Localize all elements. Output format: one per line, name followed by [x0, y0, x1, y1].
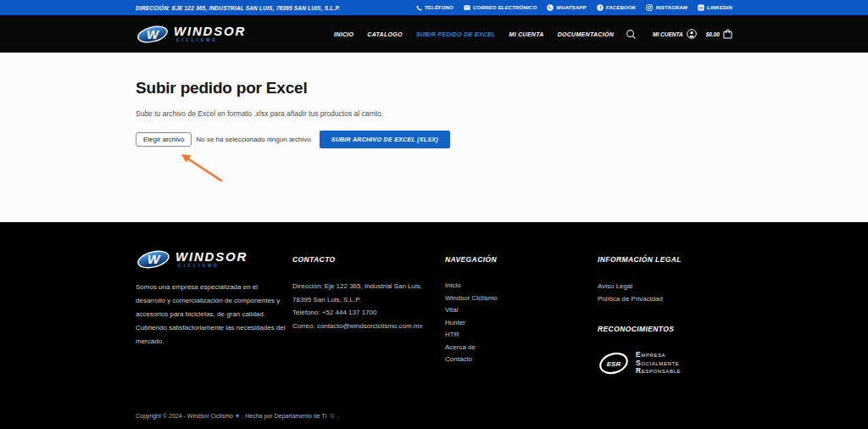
navbar: W WINDSOR CICLISMO INICIO CATALOGO SUBIR…	[0, 15, 868, 53]
person-icon	[687, 29, 697, 39]
legal-heading: INFORMACIÓN LEGAL	[598, 255, 732, 264]
topbar-link-whatsapp[interactable]: WHATSAPP	[547, 4, 587, 11]
cart-total: $0.00	[706, 31, 720, 37]
upload-excel-button[interactable]: SUBIR ARCHIVO DE EXCEL (XLSX)	[320, 131, 450, 148]
phone-icon	[416, 5, 422, 11]
contact-phone: Teléfono: +52 444 137 1700	[292, 306, 433, 320]
svg-text:W: W	[147, 27, 159, 41]
address-text: DIRECCIÓN: EJE 122 365, INDUSTRIAL SAN L…	[136, 5, 340, 11]
contact-heading: CONTACTO	[292, 255, 433, 264]
facebook-icon: f	[597, 4, 604, 11]
nav-item-catalogo[interactable]: CATALOGO	[367, 31, 402, 37]
brand-logo[interactable]: W WINDSOR CICLISMO	[136, 25, 246, 44]
nav-item-documentacion[interactable]: DOCUMENTACIÓN	[558, 31, 614, 37]
linkedin-icon: in	[698, 4, 704, 11]
annotation-arrow	[170, 140, 229, 187]
brand-tagline: CICLISMO	[174, 39, 246, 43]
whatsapp-icon	[547, 4, 554, 11]
topbar-links: TELÉFONO CORREO ELECTRÓNICO WHATSAPP f F…	[416, 4, 732, 11]
windsor-logo-mark-icon: W	[136, 25, 170, 44]
gear-icon: ⚙	[330, 412, 336, 420]
svg-text:in: in	[699, 6, 703, 10]
footer-legal-column: INFORMACIÓN LEGAL Aviso Legal Política d…	[598, 249, 732, 377]
topbar-link-label: FACEBOOK	[606, 5, 637, 10]
copyright-bar: Copyright © 2024 - Windsor Ciclismo ♥ . …	[136, 412, 339, 420]
esr-text: Empresa Socialmente Responsable	[636, 351, 681, 376]
contact-address: Dirección: Eje 122 365, Industrial San L…	[292, 280, 433, 306]
footer-link-privacidad[interactable]: Política de Privacidad	[598, 292, 732, 305]
footer-link-vital[interactable]: Vital	[445, 304, 598, 317]
brand-name: WINDSOR	[174, 25, 246, 37]
topbar-link-label: CORREO ELECTRÓNICO	[473, 5, 537, 10]
footer-link-hunter[interactable]: Hunter	[445, 317, 598, 330]
footer-link-acerca-de[interactable]: Acerca de	[445, 342, 598, 354]
navigation-heading: NAVEGACIÓN	[445, 255, 598, 264]
footer-contact-column: CONTACTO Dirección: Eje 122 365, Industr…	[292, 249, 445, 377]
footer-link-inicio[interactable]: Inicio	[445, 280, 598, 292]
topbar-link-label: INSTAGRAM	[655, 5, 687, 10]
footer-link-contacto[interactable]: Contacto	[445, 354, 598, 366]
footer-about-column: W WINDSOR CICLISMO Somos una empresa esp…	[136, 249, 292, 377]
page-description: Sube tu archivo de Excel en formato .xls…	[136, 109, 732, 118]
heart-icon: ♥	[236, 412, 239, 420]
nav-item-mi-cuenta[interactable]: MI CUENTA	[509, 31, 544, 37]
topbar-link-correo[interactable]: CORREO ELECTRÓNICO	[464, 5, 537, 10]
main-navigation: INICIO CATALOGO SUBIR PEDIDO DE EXCEL MI…	[334, 31, 614, 37]
copyright-middle: . Hecha por Departamento de TI	[242, 413, 326, 419]
main-content: Subir pedido por Excel Sube tu archivo d…	[0, 53, 868, 222]
footer-link-aviso-legal[interactable]: Aviso Legal	[598, 280, 732, 292]
cart-bag-icon	[723, 29, 732, 39]
footer: W WINDSOR CICLISMO Somos una empresa esp…	[0, 222, 868, 429]
topbar-link-telefono[interactable]: TELÉFONO	[416, 5, 453, 11]
topbar-link-facebook[interactable]: f FACEBOOK	[597, 4, 637, 11]
account-button[interactable]: MI CUENTA	[653, 29, 697, 39]
cart-button[interactable]: $0.00	[706, 29, 732, 39]
account-label: MI CUENTA	[653, 31, 683, 37]
esr-logo-icon: ESR	[598, 349, 630, 377]
footer-brand-logo[interactable]: W WINDSOR CICLISMO	[136, 249, 292, 270]
footer-brand-name: WINDSOR	[175, 250, 248, 263]
footer-brand-tagline: CICLISMO	[175, 265, 248, 269]
copyright-end: .	[337, 413, 339, 419]
topbar-link-instagram[interactable]: INSTAGRAM	[646, 4, 687, 11]
footer-link-windsor-ciclismo[interactable]: Windsor Ciclismo	[445, 292, 598, 305]
search-icon	[626, 29, 637, 40]
windsor-logo-mark-icon: W	[136, 249, 171, 270]
topbar-link-label: LINKEDIN	[707, 5, 732, 10]
navbar-actions: MI CUENTA $0.00	[626, 29, 732, 40]
topbar-link-linkedin[interactable]: in LINKEDIN	[698, 4, 732, 11]
nav-item-subir-pedido[interactable]: SUBIR PEDIDO DE EXCEL	[416, 31, 496, 37]
page-title: Subir pedido por Excel	[136, 79, 732, 98]
topbar: DIRECCIÓN: EJE 122 365, INDUSTRIAL SAN L…	[0, 0, 868, 15]
footer-about-text: Somos una empresa especializada en el de…	[136, 281, 287, 348]
svg-text:ESR: ESR	[607, 360, 621, 368]
topbar-link-label: WHATSAPP	[556, 5, 587, 10]
instagram-icon	[646, 4, 653, 11]
svg-text:W: W	[147, 252, 161, 266]
footer-navigation-column: NAVEGACIÓN Inicio Windsor Ciclismo Vital…	[445, 249, 598, 377]
nav-item-inicio[interactable]: INICIO	[334, 31, 353, 37]
footer-link-htr[interactable]: HTR	[445, 329, 598, 342]
recognitions-heading: RECONOCIMIENTOS	[598, 325, 732, 333]
topbar-link-label: TELÉFONO	[425, 5, 453, 10]
esr-badge: ESR Empresa Socialmente Responsable	[598, 349, 732, 377]
contact-email: Correo: contacto@windsorciclismo.com.mx	[292, 320, 433, 333]
search-button[interactable]	[626, 29, 637, 40]
copyright-text: Copyright © 2024 - Windsor Ciclismo	[136, 413, 233, 419]
email-icon	[464, 5, 470, 10]
